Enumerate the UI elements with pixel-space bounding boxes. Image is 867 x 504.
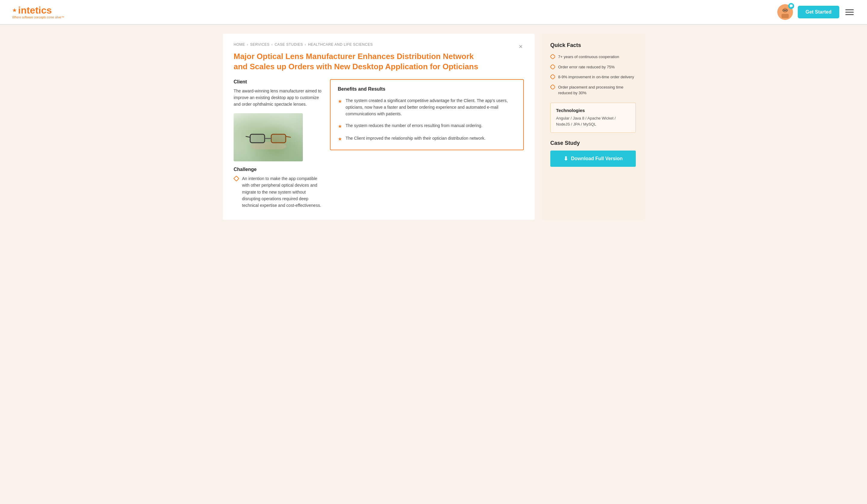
- benefit-star-icon-1: ★: [338, 98, 342, 105]
- benefit-text-1: The system created a significant competi…: [345, 97, 516, 117]
- page-title: Major Optical Lens Manufacturer Enhances…: [234, 52, 480, 72]
- fact-item-1: 7+ years of continuous cooperation: [550, 54, 636, 60]
- challenge-item: An intention to make the app compatible …: [234, 175, 324, 209]
- hamburger-button[interactable]: [844, 8, 855, 16]
- fact-item-3: 8-9% improvement in on-time order delive…: [550, 74, 636, 80]
- download-label: Download Full Version: [571, 156, 623, 161]
- svg-rect-15: [234, 176, 239, 181]
- hamburger-line-1: [845, 9, 854, 10]
- get-started-button[interactable]: Get Started: [798, 6, 839, 18]
- close-button[interactable]: ×: [517, 42, 524, 51]
- glasses-img-inner: [234, 113, 303, 161]
- sidebar-panel: Quick Facts 7+ years of continuous coope…: [542, 34, 644, 220]
- logo-star-icon: ★: [12, 7, 17, 13]
- download-button[interactable]: ⬇ Download Full Version: [550, 151, 636, 167]
- breadcrumb-case-studies[interactable]: CASE STUDIES: [275, 42, 303, 47]
- benefit-star-icon-2: ★: [338, 122, 342, 130]
- client-text: The award-winning lens manufacturer aime…: [234, 88, 324, 108]
- svg-rect-1: [782, 14, 789, 18]
- logo: ★ intetics Where software concepts come …: [12, 6, 64, 19]
- breadcrumb-services[interactable]: SERVICES: [250, 42, 269, 47]
- panel-header: HOME ‹ SERVICES ‹ CASE STUDIES ‹ HEALTHC…: [234, 42, 524, 52]
- fact-item-2: Order error rate reduced by 75%: [550, 64, 636, 70]
- case-left-column: Client The award-winning lens manufactur…: [234, 79, 324, 209]
- benefit-item-2: ★ The system reduces the number of error…: [338, 122, 516, 130]
- svg-rect-17: [550, 64, 555, 69]
- technologies-title: Technologies: [556, 108, 630, 113]
- benefits-title: Benefits and Results: [338, 86, 516, 92]
- svg-rect-19: [550, 85, 555, 89]
- technologies-text: Angular / Java 8 / Apache Wicket / NodeJ…: [556, 115, 630, 128]
- page-background: HOME ‹ SERVICES ‹ CASE STUDIES ‹ HEALTHC…: [0, 25, 867, 504]
- case-content: Client The award-winning lens manufactur…: [234, 79, 524, 209]
- logo-tagline: Where software concepts come alive™: [12, 16, 64, 19]
- benefit-text-2: The system reduces the number of errors …: [345, 122, 482, 129]
- benefits-box: Benefits and Results ★ The system create…: [330, 79, 524, 150]
- challenge-diamond-icon: [234, 176, 239, 181]
- svg-rect-16: [550, 54, 555, 59]
- hamburger-line-3: [845, 14, 854, 15]
- header-actions: Get Started: [777, 4, 855, 20]
- benefit-item-3: ★ The Client improved the relationship w…: [338, 135, 516, 143]
- fact-item-4: Order placement and processing time redu…: [550, 84, 636, 96]
- breadcrumb-sep-1: ‹: [247, 42, 248, 47]
- download-icon: ⬇: [564, 156, 568, 162]
- fact-diamond-icon-2: [550, 64, 555, 69]
- fact-text-3: 8-9% improvement in on-time order delive…: [558, 74, 634, 80]
- challenge-section-title: Challenge: [234, 167, 324, 172]
- fact-text-4: Order placement and processing time redu…: [558, 84, 636, 96]
- client-section-title: Client: [234, 79, 324, 85]
- chat-badge: [788, 3, 794, 9]
- breadcrumb: HOME ‹ SERVICES ‹ CASE STUDIES ‹ HEALTHC…: [234, 42, 373, 47]
- benefit-item-1: ★ The system created a significant compe…: [338, 97, 516, 117]
- avatar[interactable]: [777, 4, 793, 20]
- fact-diamond-icon-4: [550, 85, 555, 89]
- svg-marker-6: [790, 7, 791, 8]
- logo-text: intetics: [18, 6, 52, 15]
- breadcrumb-home[interactable]: HOME: [234, 42, 245, 47]
- header: ★ intetics Where software concepts come …: [0, 0, 867, 25]
- glasses-image: [234, 113, 303, 161]
- benefit-text-3: The Client improved the relationship wit…: [345, 135, 485, 141]
- case-study-label: Case Study: [550, 140, 636, 146]
- benefit-star-icon-3: ★: [338, 135, 342, 143]
- svg-rect-14: [272, 135, 285, 142]
- svg-line-12: [286, 136, 291, 137]
- case-right-column: Benefits and Results ★ The system create…: [330, 79, 524, 209]
- technologies-box: Technologies Angular / Java 8 / Apache W…: [550, 103, 636, 133]
- main-panel: HOME ‹ SERVICES ‹ CASE STUDIES ‹ HEALTHC…: [223, 34, 535, 220]
- chat-icon: [789, 4, 793, 8]
- breadcrumb-sep-3: ‹: [305, 42, 306, 47]
- challenge-text: An intention to make the app compatible …: [242, 175, 324, 209]
- svg-rect-18: [550, 74, 555, 79]
- fact-diamond-icon-3: [550, 74, 555, 79]
- glasses-svg: [244, 125, 292, 149]
- svg-rect-5: [790, 4, 793, 7]
- svg-rect-13: [251, 135, 264, 142]
- content-wrapper: HOME ‹ SERVICES ‹ CASE STUDIES ‹ HEALTHC…: [223, 34, 644, 220]
- svg-line-11: [246, 136, 250, 137]
- hamburger-line-2: [845, 12, 854, 13]
- quick-facts-title: Quick Facts: [550, 42, 636, 49]
- breadcrumb-sep-2: ‹: [271, 42, 273, 47]
- breadcrumb-healthcare[interactable]: HEALTHCARE AND LIFE SCIENCES: [308, 42, 373, 47]
- fact-diamond-icon-1: [550, 54, 555, 59]
- fact-text-1: 7+ years of continuous cooperation: [558, 54, 619, 60]
- fact-text-2: Order error rate reduced by 75%: [558, 64, 615, 70]
